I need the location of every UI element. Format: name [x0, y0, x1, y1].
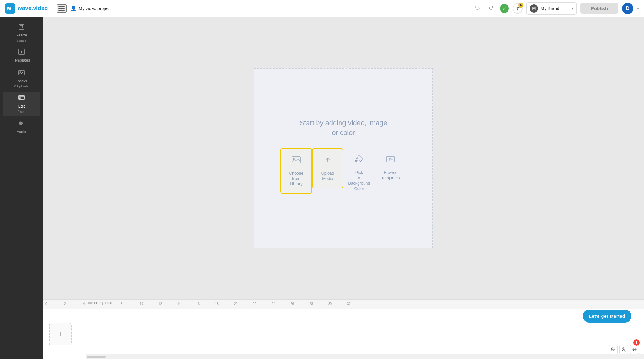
svg-line-21: [614, 351, 615, 352]
upload-icon: [323, 155, 333, 167]
started-badge: 1: [633, 339, 640, 346]
sidebar-resize-label: Resize: [16, 33, 27, 37]
stocks-icon: [18, 69, 25, 78]
svg-rect-9: [19, 98, 21, 99]
sidebar-item-stocks[interactable]: Stocks & Uploads: [3, 67, 40, 91]
zoom-out-button[interactable]: [609, 345, 618, 354]
nav-actions: ✓ ? 4 M My Brand ▾ Publish D ▾: [472, 2, 639, 15]
ruler-mark-10: 10: [140, 302, 143, 306]
ruler-mark-28: 28: [309, 302, 313, 306]
ruler-mark-16: 16: [196, 302, 200, 306]
sidebar-stocks-label: Stocks: [16, 79, 27, 83]
browse-templates-option[interactable]: BrowseTemplates: [375, 148, 406, 187]
wave-logo-icon: W: [5, 3, 15, 14]
save-status-icon: ✓: [500, 4, 509, 13]
sidebar-item-edit[interactable]: Edit 0 sec: [3, 92, 40, 116]
timeline-scrollbar[interactable]: [86, 354, 644, 359]
ruler-mark-32: 32: [347, 302, 351, 306]
sidebar-templates-label: Templates: [13, 58, 30, 63]
sidebar-audio-label: Audio: [17, 130, 26, 134]
choose-library-option[interactable]: Choosefrom Library: [280, 148, 312, 194]
add-scene-button[interactable]: +: [49, 323, 72, 345]
templates-icon: [18, 48, 25, 57]
svg-marker-14: [390, 158, 392, 160]
logo-text: wave.video: [18, 5, 48, 12]
canvas-options: Choosefrom Library UploadMedia: [280, 148, 406, 198]
sidebar-item-resize[interactable]: Resize Square: [3, 21, 40, 45]
ruler-mark-8: 8: [121, 302, 123, 306]
logo-area[interactable]: W wave.video: [5, 3, 48, 14]
ruler-marks: 0 2 4 6 8 10 12 14 16 18 20 22 24 26 28 …: [45, 300, 644, 309]
menu-button[interactable]: [57, 4, 67, 13]
ruler-mark-2: 2: [64, 302, 66, 306]
timeline-area: 00:00.0/00:00.0 0 2 4 6 8 10 12 14 16 18…: [43, 299, 644, 359]
edit-icon: [18, 94, 25, 103]
templates-label: BrowseTemplates: [381, 170, 400, 181]
audio-icon: [18, 120, 25, 128]
svg-line-24: [625, 351, 626, 352]
timeline-track-area: +: [43, 309, 644, 359]
library-label: Choosefrom Library: [287, 171, 306, 187]
ruler-mark-14: 14: [177, 302, 181, 306]
ruler-mark-24: 24: [272, 302, 275, 306]
lets-started-label: Let's get started: [589, 313, 625, 319]
sidebar-item-templates[interactable]: Templates: [3, 46, 40, 65]
top-nav: W wave.video 👤 My video project ✓ ? 4: [0, 0, 644, 17]
sidebar-item-audio[interactable]: Audio: [3, 117, 40, 137]
brand-selector[interactable]: M My Brand ▾: [526, 2, 577, 15]
ruler-mark-4: 4: [83, 302, 85, 306]
background-color-option[interactable]: Picka BackgroundColor: [343, 148, 375, 198]
svg-rect-3: [20, 25, 23, 28]
sidebar-stocks-sub: & Uploads: [14, 85, 29, 88]
svg-point-7: [20, 71, 21, 73]
svg-marker-5: [21, 51, 23, 53]
ruler-mark-26: 26: [291, 302, 294, 306]
ruler-mark-30: 30: [328, 302, 332, 306]
timeline-ruler: 0 2 4 6 8 10 12 14 16 18 20 22 24 26 28 …: [43, 300, 644, 309]
help-badge: 4: [518, 3, 523, 8]
library-icon: [291, 155, 301, 167]
avatar-chevron-icon[interactable]: ▾: [637, 6, 639, 11]
project-name: My video project: [79, 6, 111, 11]
ruler-mark-18: 18: [215, 302, 219, 306]
svg-rect-6: [19, 70, 24, 75]
chevron-down-icon: ▾: [571, 6, 573, 11]
ruler-mark-12: 12: [158, 302, 162, 306]
ruler-mark-6: 6: [102, 302, 104, 306]
resize-icon: [18, 23, 25, 32]
upload-label: UploadMedia: [321, 171, 334, 182]
timeline-content: +: [43, 309, 644, 359]
redo-button[interactable]: [486, 3, 496, 14]
sidebar-resize-sub: Square: [16, 39, 26, 42]
help-button[interactable]: ? 4: [513, 3, 523, 14]
svg-rect-13: [387, 156, 394, 162]
svg-text:W: W: [7, 6, 12, 11]
sidebar-edit-label: Edit: [18, 104, 25, 109]
project-area[interactable]: 👤 My video project: [70, 5, 111, 11]
person-icon: 👤: [70, 5, 77, 11]
zoom-in-button[interactable]: [619, 345, 628, 354]
avatar-button[interactable]: D: [622, 3, 633, 14]
publish-button[interactable]: Publish: [580, 3, 618, 14]
brand-name: My Brand: [541, 6, 569, 11]
canvas-wrapper: Start by adding video, imageor color Cho…: [254, 68, 433, 248]
sidebar-edit-sub: 0 sec: [18, 110, 25, 114]
canvas-area: Start by adding video, imageor color Cho…: [43, 17, 644, 299]
background-label: Picka BackgroundColor: [348, 170, 370, 192]
upload-media-option[interactable]: UploadMedia: [312, 148, 343, 188]
undo-button[interactable]: [472, 3, 482, 14]
brand-initial: M: [530, 4, 538, 13]
zoom-fit-button[interactable]: [630, 345, 639, 354]
ruler-mark-0: 0: [45, 302, 47, 306]
ruler-mark-20: 20: [234, 302, 237, 306]
browse-templates-icon: [386, 154, 396, 166]
canvas-prompt: Start by adding video, imageor color: [300, 118, 387, 138]
color-picker-icon: [354, 154, 364, 166]
zoom-controls: [609, 345, 639, 354]
sidebar: Resize Square Templates Stocks & Uploads: [0, 17, 43, 359]
svg-rect-2: [19, 24, 24, 29]
ruler-mark-22: 22: [253, 302, 256, 306]
scrollbar-thumb[interactable]: [87, 356, 106, 358]
lets-started-button[interactable]: Let's get started: [583, 310, 631, 323]
